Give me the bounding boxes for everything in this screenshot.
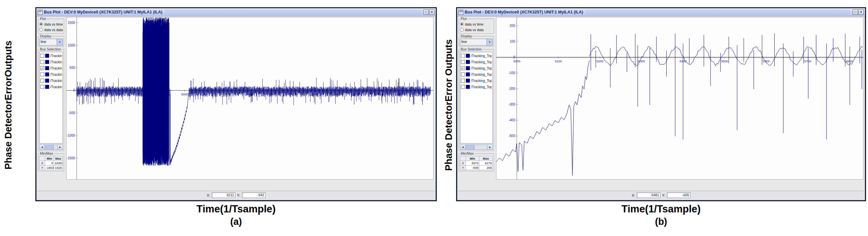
column-header: Max: [54, 156, 63, 161]
display-select[interactable]: line ▼: [39, 39, 63, 46]
y-tick-label: 1500: [68, 21, 75, 25]
bus-plot-window-icon: [458, 10, 463, 15]
y-tick-label: 500: [69, 66, 75, 69]
x-coordinate-field[interactable]: 5481: [637, 193, 660, 198]
window-content: Plot data vs timedata vs data Display li…: [37, 17, 435, 190]
y-tick-label: 1000: [68, 43, 75, 47]
checkbox-icon[interactable]: [40, 60, 44, 64]
plot-mode-radios: data vs timedata vs data: [39, 21, 63, 32]
bus-list[interactable]: /Tracking_Top_In/Tracking_Top_In✓/Tracki…: [460, 52, 493, 144]
status-bar: X: 5481 Y: -605: [458, 191, 864, 199]
table-row: X016383: [40, 161, 63, 166]
chevron-down-icon[interactable]: ▼: [487, 39, 492, 45]
chevron-down-icon[interactable]: ▼: [57, 39, 63, 45]
checkbox-icon[interactable]: [461, 72, 465, 77]
radio-icon: [39, 28, 43, 31]
figure-label: (b): [456, 216, 866, 227]
x-coordinate-field[interactable]: 6211: [212, 193, 236, 198]
scrollbar-thumb[interactable]: [45, 145, 54, 149]
bus-color-swatch: [45, 79, 49, 83]
checkbox-icon[interactable]: [461, 85, 465, 89]
bus-color-swatch: [466, 60, 470, 64]
minmax-table: MinMaxX016383Y-16631626: [39, 156, 63, 170]
checkbox-icon[interactable]: [40, 72, 44, 77]
bus-color-swatch: [466, 72, 470, 77]
x-coordinate-label: X:: [207, 194, 210, 197]
plot-area[interactable]: 150010005000-500-1000-150010002000300040…: [66, 17, 434, 180]
scroll-left-button[interactable]: ◀: [40, 145, 45, 149]
figure-label: (a): [35, 216, 437, 227]
radio-data-vs-time[interactable]: data vs time: [39, 21, 63, 27]
scrollbar-track[interactable]: [54, 145, 57, 149]
radio-data-vs-data[interactable]: data vs data: [39, 27, 63, 32]
bus-item[interactable]: ✓/Tracking_Top_In: [40, 65, 62, 71]
bus-item[interactable]: /Tracking_Top_In: [40, 84, 62, 90]
bus-item[interactable]: /Tracking_Top_In: [40, 77, 62, 84]
bus-item-label: /Tracking_Top_In: [471, 72, 492, 77]
bus-item[interactable]: /Tracking_Top_In: [461, 84, 492, 90]
horizontal-scrollbar[interactable]: ◀ ▶: [460, 145, 493, 150]
scroll-left-button[interactable]: ◀: [460, 145, 466, 149]
bus-item-label: /Tracking_Top_In: [471, 79, 492, 83]
radio-icon: [39, 22, 43, 26]
checkbox-icon[interactable]: [461, 79, 465, 83]
y-tick-label: -400: [508, 118, 515, 122]
spike-series: [169, 23, 170, 165]
window-titlebar[interactable]: Bus Plot - DEV:0 MyDevice0 (XC7K325T) UN…: [457, 8, 865, 17]
bus-item[interactable]: /Tracking_Top_In: [461, 59, 492, 65]
scroll-right-button[interactable]: ▶: [487, 145, 492, 149]
display-group: Display line ▼: [459, 36, 494, 47]
bus-item[interactable]: /Tracking_Top_In: [40, 53, 62, 59]
scrollbar-thumb[interactable]: [466, 145, 474, 149]
bus-item[interactable]: /Tracking_Top_In: [461, 77, 492, 84]
max-value-cell: 269: [479, 166, 493, 170]
scrollbar-track[interactable]: [474, 145, 487, 149]
x-coordinate-label: X:: [631, 194, 635, 197]
window-titlebar[interactable]: Bus Plot - DEV:0 MyDevice0 (XC7K325T) UN…: [36, 8, 436, 17]
horizontal-scrollbar[interactable]: ◀ ▶: [39, 145, 63, 150]
y-tick-label: 100: [510, 40, 515, 43]
radio-label: data vs time: [465, 22, 484, 26]
bus-plot-chart[interactable]: 150010005000-500-1000-150010002000300040…: [66, 18, 433, 179]
y-tick-label: -1500: [66, 156, 75, 160]
bus-item-label: /Tracking_Top_In: [50, 85, 62, 89]
bus-item[interactable]: ✓/Tracking_Top_In: [461, 65, 492, 71]
checkbox-icon[interactable]: ✓: [461, 66, 465, 70]
checkbox-icon[interactable]: [461, 54, 465, 58]
checkbox-icon[interactable]: [40, 54, 44, 58]
close-button[interactable]: ×: [859, 9, 864, 15]
checkbox-icon[interactable]: ✓: [40, 66, 44, 70]
checkbox-icon[interactable]: [461, 60, 465, 64]
radio-data-vs-time[interactable]: data vs time: [460, 21, 493, 27]
bus-item[interactable]: /Tracking_Top_In: [461, 71, 492, 77]
bus-item-label: /Tracking_Top_In: [50, 72, 62, 77]
y-coordinate-field[interactable]: 942: [242, 193, 266, 198]
display-select[interactable]: line ▼: [460, 39, 493, 46]
bus-plot-window: Bus Plot - DEV:0 MyDevice0 (XC7K325T) UN…: [35, 7, 437, 201]
maximize-button[interactable]: □: [852, 9, 858, 15]
min-value-cell: -609: [466, 166, 479, 170]
bus-plot-chart[interactable]: 2001000-100-200-300-400-5005000510052005…: [496, 18, 863, 179]
close-button[interactable]: ×: [429, 9, 434, 15]
bus-list[interactable]: /Tracking_Top_In/Tracking_Top_In✓/Tracki…: [39, 52, 63, 144]
maximize-button[interactable]: □: [423, 9, 429, 15]
max-value-cell: 1626: [54, 166, 63, 170]
minmax-group-title: Min/Max: [460, 151, 474, 155]
table-row: Y-16631626: [40, 166, 63, 170]
y-tick-label: 200: [510, 24, 515, 28]
checkbox-icon[interactable]: [40, 85, 44, 89]
plot-area[interactable]: 2001000-100-200-300-400-5005000510052005…: [496, 17, 863, 180]
scroll-right-button[interactable]: ▶: [57, 145, 63, 149]
table-header-row: MinMax: [40, 156, 63, 161]
bus-item[interactable]: /Tracking_Top_In: [40, 59, 62, 65]
radio-label: data vs data: [465, 28, 484, 32]
radio-data-vs-data[interactable]: data vs data: [460, 27, 493, 32]
y-tick-label: -500: [508, 134, 515, 138]
bus-item[interactable]: /Tracking_Top_In: [461, 53, 492, 59]
bus-item[interactable]: /Tracking_Top_In: [40, 71, 62, 77]
y-tick-label: 0: [514, 55, 515, 59]
y-coordinate-field[interactable]: -605: [667, 193, 690, 198]
titlebar-texture: [165, 10, 421, 14]
checkbox-icon[interactable]: [40, 79, 44, 83]
x-axis-label: Time(1/Tsample): [456, 203, 866, 215]
